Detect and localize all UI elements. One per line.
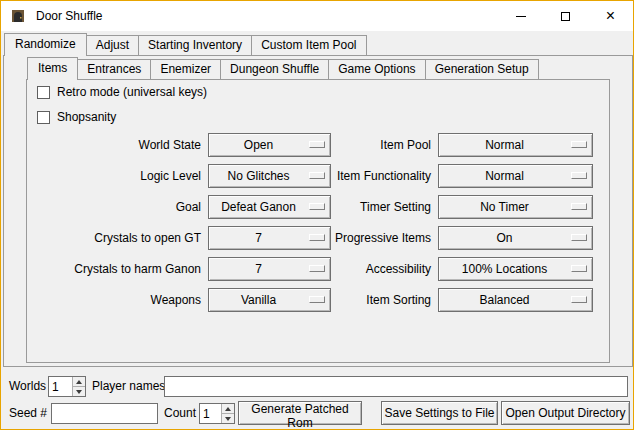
dropdown-indicator-icon xyxy=(571,234,587,241)
count-spin-arrows xyxy=(221,404,234,423)
count-spin-up-button[interactable] xyxy=(222,404,234,413)
accessibility-dropdown[interactable]: 100% Locations xyxy=(438,257,593,281)
accessibility-label: Accessibility xyxy=(296,257,431,281)
close-button[interactable]: × xyxy=(588,1,633,31)
tab-custom-item-pool[interactable]: Custom Item Pool xyxy=(251,35,366,56)
count-spin-down-button[interactable] xyxy=(222,413,234,423)
logic-level-label: Logic Level xyxy=(21,164,201,188)
count-spinbox[interactable] xyxy=(199,403,235,424)
crystals-harm-ganon-label: Crystals to harm Ganon xyxy=(21,257,201,281)
tab-generation-setup[interactable]: Generation Setup xyxy=(425,59,539,80)
seed-input[interactable] xyxy=(51,403,158,424)
timer-setting-dropdown[interactable]: No Timer xyxy=(438,195,593,219)
worlds-input[interactable] xyxy=(49,377,72,396)
save-settings-button[interactable]: Save Settings to File xyxy=(381,401,498,425)
close-icon: × xyxy=(606,8,615,24)
app-icon xyxy=(10,8,26,24)
spin-up-icon xyxy=(76,380,82,384)
tab-randomize[interactable]: Randomize xyxy=(4,33,87,56)
worlds-spinbox[interactable] xyxy=(48,376,86,397)
item-sorting-label: Item Sorting xyxy=(296,288,431,312)
dropdown-indicator-icon xyxy=(571,203,587,210)
worlds-spin-down-button[interactable] xyxy=(73,386,85,396)
generate-patched-rom-button[interactable]: Generate Patched Rom xyxy=(238,401,362,425)
crystals-open-gt-label: Crystals to open GT xyxy=(21,226,201,250)
item-pool-label: Item Pool xyxy=(296,133,431,157)
item-pool-dropdown[interactable]: Normal xyxy=(438,133,593,157)
tab-starting-inventory[interactable]: Starting Inventory xyxy=(138,35,252,56)
tab-items[interactable]: Items xyxy=(27,57,78,80)
window-controls: × xyxy=(498,1,633,31)
tab-enemizer[interactable]: Enemizer xyxy=(150,59,221,80)
player-names-input[interactable] xyxy=(164,376,628,397)
seed-label: Seed # xyxy=(9,402,47,424)
main-tab-bar: Randomize Adjust Starting Inventory Cust… xyxy=(4,33,366,56)
spin-down-icon xyxy=(76,390,82,394)
shopsanity-row[interactable]: Shopsanity xyxy=(37,109,116,125)
world-state-label: World State xyxy=(21,133,201,157)
progressive-items-label: Progressive Items xyxy=(296,226,431,250)
settings-tab-bar: Items Entrances Enemizer Dungeon Shuffle… xyxy=(27,57,538,80)
minimize-icon xyxy=(516,16,526,17)
worlds-spin-up-button[interactable] xyxy=(73,377,85,386)
dropdown-value: Defeat Ganon xyxy=(221,200,296,214)
dropdown-indicator-icon xyxy=(571,265,587,272)
retro-mode-row[interactable]: Retro mode (universal keys) xyxy=(37,84,207,100)
item-functionality-dropdown[interactable]: Normal xyxy=(438,164,593,188)
item-functionality-label: Item Functionality xyxy=(296,164,431,188)
titlebar[interactable]: Door Shuffle × xyxy=(1,1,633,31)
dropdown-value: On xyxy=(496,231,512,245)
maximize-icon xyxy=(561,12,570,21)
dropdown-value: 100% Locations xyxy=(462,262,547,276)
goal-label: Goal xyxy=(21,195,201,219)
shopsanity-checkbox[interactable] xyxy=(37,111,50,124)
count-label: Count xyxy=(164,402,196,424)
dropdown-value: No Timer xyxy=(480,200,529,214)
dropdown-value: Normal xyxy=(485,138,524,152)
dropdown-value: No Glitches xyxy=(227,169,289,183)
tab-dungeon-shuffle[interactable]: Dungeon Shuffle xyxy=(220,59,329,80)
dropdown-value: Vanilla xyxy=(241,293,276,307)
spin-up-icon xyxy=(225,407,231,411)
timer-setting-label: Timer Setting xyxy=(296,195,431,219)
window-title: Door Shuffle xyxy=(36,9,103,23)
dropdown-value: Balanced xyxy=(479,293,529,307)
shopsanity-label: Shopsanity xyxy=(57,110,116,124)
maximize-button[interactable] xyxy=(543,1,588,31)
dropdown-indicator-icon xyxy=(571,141,587,148)
tab-adjust[interactable]: Adjust xyxy=(86,35,139,56)
dropdown-value: Normal xyxy=(485,169,524,183)
retro-mode-checkbox[interactable] xyxy=(37,86,50,99)
count-input[interactable] xyxy=(200,404,221,423)
player-names-label: Player names xyxy=(92,375,165,397)
weapons-label: Weapons xyxy=(21,288,201,312)
item-sorting-dropdown[interactable]: Balanced xyxy=(438,288,593,312)
minimize-button[interactable] xyxy=(498,1,543,31)
door-shuffle-window: Door Shuffle × Randomize Adjust Starting… xyxy=(0,0,634,430)
open-output-directory-button[interactable]: Open Output Directory xyxy=(501,401,630,425)
dropdown-indicator-icon xyxy=(571,296,587,303)
tab-game-options[interactable]: Game Options xyxy=(328,59,425,80)
spin-down-icon xyxy=(225,417,231,421)
worlds-label: Worlds xyxy=(9,375,46,397)
dropdown-value: Open xyxy=(244,138,273,152)
dropdown-indicator-icon xyxy=(571,172,587,179)
worlds-spin-arrows xyxy=(72,377,85,396)
dropdown-value: 7 xyxy=(255,262,262,276)
retro-mode-label: Retro mode (universal keys) xyxy=(57,85,207,99)
tab-entrances[interactable]: Entrances xyxy=(77,59,151,80)
dropdown-value: 7 xyxy=(255,231,262,245)
progressive-items-dropdown[interactable]: On xyxy=(438,226,593,250)
